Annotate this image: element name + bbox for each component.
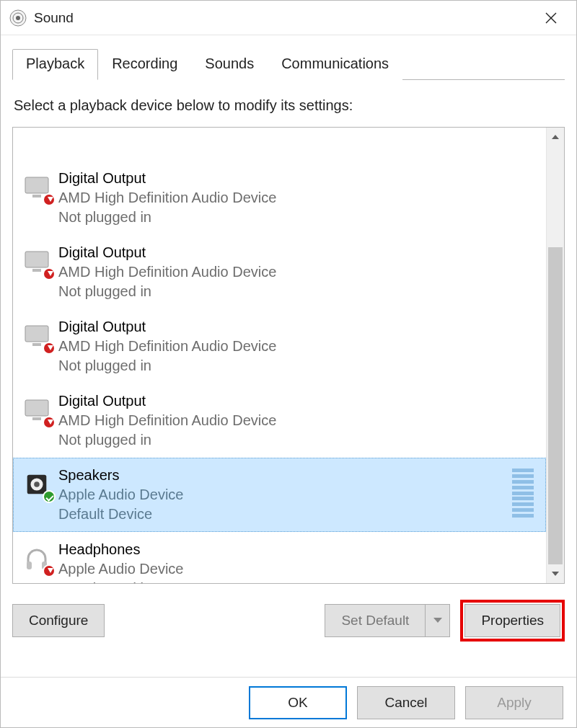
tab-sounds[interactable]: Sounds [191,49,268,80]
properties-highlight: Properties [460,600,565,642]
device-name: Digital Output [58,169,538,188]
unplugged-badge-icon [43,342,56,355]
titlebar: Sound [1,1,576,35]
set-default-dropdown[interactable] [426,604,450,637]
device-row[interactable]: Digital Output AMD High Definition Audio… [13,235,546,309]
unplugged-badge-icon [43,267,56,280]
device-name: Digital Output [58,391,538,411]
device-row-selected[interactable]: Speakers Apple Audio Device Default Devi… [13,458,546,532]
tab-strip: Playback Recording Sounds Communications [12,48,565,80]
device-driver: Apple Audio Device [58,559,538,579]
device-status: Not plugged in [58,356,538,376]
device-status: Not plugged in [58,208,538,227]
svg-point-2 [16,16,20,20]
scroll-up-arrow-icon[interactable] [547,128,564,146]
instruction-text: Select a playback device below to modify… [14,97,563,114]
device-name: Speakers [58,466,508,485]
svg-rect-8 [32,343,41,346]
unplugged-badge-icon [43,564,56,577]
svg-point-13 [34,481,40,487]
monitor-icon [21,320,53,352]
window-title: Sound [34,10,74,26]
device-row[interactable]: Digital Output AMD High Definition Audio… [13,161,546,235]
apply-button[interactable]: Apply [465,686,563,719]
monitor-icon [21,394,53,426]
device-status: Default Device [58,505,508,524]
speaker-icon [21,469,53,500]
configure-button[interactable]: Configure [12,604,105,637]
device-row[interactable] [13,128,546,161]
headphones-icon [21,543,53,574]
scroll-track[interactable] [547,146,564,564]
device-driver: AMD High Definition Audio Device [58,337,538,356]
device-status: Not plugged in [58,579,538,583]
device-driver: AMD High Definition Audio Device [58,188,538,208]
svg-rect-5 [25,252,48,267]
tab-communications[interactable]: Communications [268,49,402,80]
device-driver: Apple Audio Device [58,485,508,505]
cancel-button[interactable]: Cancel [357,686,455,719]
svg-rect-10 [32,417,41,420]
tab-playback[interactable]: Playback [12,49,98,80]
ok-button[interactable]: OK [249,686,347,719]
tab-recording[interactable]: Recording [98,49,191,80]
device-status: Not plugged in [58,282,538,301]
sound-dialog: Sound Playback Recording Sounds Communic… [0,0,577,728]
close-button[interactable] [534,1,568,35]
svg-rect-14 [27,561,32,569]
unplugged-badge-icon [43,416,56,429]
unplugged-badge-icon [43,193,56,206]
scroll-thumb[interactable] [548,247,563,564]
svg-rect-7 [25,326,48,342]
set-default-button[interactable]: Set Default [325,604,426,637]
monitor-icon [21,246,53,278]
monitor-icon [21,172,53,203]
dialog-body: Playback Recording Sounds Communications… [1,35,576,642]
device-row[interactable]: Headphones Apple Audio Device Not plugge… [13,532,546,583]
device-row[interactable]: Digital Output AMD High Definition Audio… [13,309,546,383]
properties-button[interactable]: Properties [464,604,560,637]
set-default-split-button[interactable]: Set Default [325,604,450,637]
device-row[interactable]: Digital Output AMD High Definition Audio… [13,383,546,458]
sound-app-icon [9,9,27,27]
svg-rect-3 [25,177,48,193]
monitor-icon [21,128,53,153]
device-list-container: Digital Output AMD High Definition Audio… [12,127,565,584]
device-driver: AMD High Definition Audio Device [58,411,538,430]
device-name: Digital Output [58,317,538,337]
dialog-bottom-row: OK Cancel Apply [1,677,576,727]
level-meter [512,469,534,518]
device-name: Headphones [58,540,538,559]
svg-rect-9 [25,400,48,416]
action-button-row: Configure Set Default Properties [12,600,565,642]
device-name: Digital Output [58,243,538,262]
svg-rect-6 [32,269,41,272]
default-badge-icon [43,490,56,503]
device-status: Not plugged in [58,430,538,450]
device-list[interactable]: Digital Output AMD High Definition Audio… [13,128,546,583]
scrollbar[interactable] [546,128,564,583]
scroll-down-arrow-icon[interactable] [547,564,564,583]
svg-rect-4 [32,195,41,197]
device-driver: AMD High Definition Audio Device [58,262,538,282]
